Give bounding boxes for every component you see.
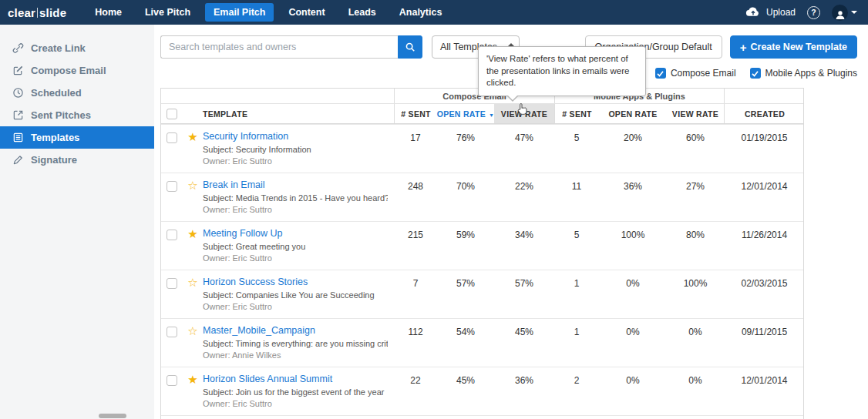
page: clear slide Home Live Pitch Email Pitch … <box>0 0 868 419</box>
main-content: All Templates Organization/Group Default… <box>154 25 868 419</box>
template-info-cell: Meeting Follow Up Subject: Great meeting… <box>203 228 394 263</box>
mobile-open-rate-value: 36% <box>599 179 667 214</box>
app-logo[interactable]: clear slide <box>8 6 66 19</box>
nav-item-live-pitch[interactable]: Live Pitch <box>136 3 199 22</box>
row-checkbox[interactable] <box>167 375 177 386</box>
filter-label: Compose Email <box>671 68 736 79</box>
template-title-link[interactable]: Horizon Success Stories <box>203 277 388 287</box>
compose-open-rate-value: 76% <box>437 131 494 166</box>
column-header-created[interactable]: CREATED <box>724 104 805 123</box>
row-checkbox[interactable] <box>167 278 177 289</box>
compose-open-rate-value: 57% <box>437 277 494 311</box>
mobile-sent-value: 1 <box>554 325 599 360</box>
sidebar: Create Link Compose Email Scheduled Sent… <box>0 25 154 419</box>
compose-sent-value: 248 <box>394 179 437 214</box>
favorite-star-icon[interactable]: ☆ <box>187 277 197 311</box>
template-info-cell: Break in Email Subject: Media Trends in … <box>203 179 394 214</box>
sidebar-item-compose-email[interactable]: Compose Email <box>0 59 154 82</box>
upload-button[interactable]: Upload <box>745 5 796 19</box>
sidebar-item-label: Create Link <box>31 42 86 54</box>
sort-desc-icon <box>486 109 494 119</box>
filter-mobile-apps-plugins[interactable]: Mobile Apps & Plugins <box>750 68 857 79</box>
star-column-header <box>183 104 203 123</box>
nav-item-leads[interactable]: Leads <box>340 3 385 22</box>
table-body: ★ Security Information Subject: Security… <box>161 124 803 419</box>
checkbox-checked-icon <box>655 68 666 79</box>
mobile-view-rate-value: 100% <box>667 277 724 311</box>
row-checkbox[interactable] <box>167 230 177 240</box>
search-button[interactable] <box>398 35 422 59</box>
template-info-cell: Horizon Slides Annual Summit Subject: Jo… <box>203 374 394 408</box>
view-rate-tooltip: 'View Rate' refers to what percent of th… <box>478 46 646 96</box>
compose-view-rate-value: 22% <box>494 179 554 214</box>
horizontal-scrollbar-thumb[interactable] <box>99 414 126 418</box>
column-header-template[interactable]: TEMPLATE <box>203 104 394 123</box>
sidebar-item-create-link[interactable]: Create Link <box>0 37 154 59</box>
sidebar-item-templates[interactable]: Templates <box>0 126 154 149</box>
sidebar-item-label: Signature <box>31 154 77 166</box>
favorite-star-icon[interactable]: ☆ <box>187 179 197 214</box>
create-new-template-button[interactable]: Create New Template <box>730 35 857 59</box>
group-header-spacer <box>724 89 805 103</box>
compose-open-rate-value: 70% <box>437 179 494 214</box>
mobile-open-rate-value: 20% <box>599 131 667 166</box>
logo-text-right: slide <box>39 6 66 19</box>
account-menu[interactable] <box>832 5 857 21</box>
top-nav: clear slide Home Live Pitch Email Pitch … <box>0 0 868 25</box>
person-icon <box>834 8 846 21</box>
row-checkbox-cell <box>161 374 183 408</box>
table-row: ☆ Break in Email Subject: Media Trends i… <box>161 173 803 221</box>
compose-open-rate-value: 45% <box>437 374 494 408</box>
created-date-value: 09/11/2015 <box>724 325 805 360</box>
template-owner: Owner: Annie Wilkes <box>203 350 388 360</box>
column-header-sent-mobile[interactable]: # SENT <box>554 104 599 123</box>
row-checkbox[interactable] <box>167 327 177 337</box>
filter-compose-email[interactable]: Compose Email <box>655 68 736 79</box>
column-header-open-rate-compose[interactable]: OPEN RATE <box>437 104 494 123</box>
column-header-label: OPEN RATE <box>437 109 486 119</box>
chevron-down-icon <box>851 11 857 14</box>
created-date-value: 11/26/2014 <box>724 228 805 263</box>
mobile-view-rate-value: 80% <box>667 228 724 263</box>
row-checkbox[interactable] <box>167 181 177 192</box>
sidebar-item-scheduled[interactable]: Scheduled <box>0 82 154 104</box>
template-subject: Subject: Great meeting you <box>203 242 388 251</box>
sidebar-item-label: Compose Email <box>31 65 106 76</box>
template-title-link[interactable]: Break in Email <box>203 179 388 190</box>
created-date-value: 12/01/2014 <box>724 179 805 214</box>
nav-item-email-pitch[interactable]: Email Pitch <box>205 3 274 22</box>
mobile-view-rate-value: 60% <box>667 131 724 166</box>
column-header-view-rate-mobile[interactable]: VIEW RATE <box>667 104 724 123</box>
template-title-link[interactable]: Meeting Follow Up <box>203 228 388 239</box>
compose-sent-value: 7 <box>394 277 437 311</box>
nav-item-home[interactable]: Home <box>86 3 130 22</box>
row-checkbox-cell <box>161 277 183 311</box>
nav-item-analytics[interactable]: Analytics <box>391 3 451 22</box>
row-checkbox-cell <box>161 228 183 263</box>
column-header-sent-compose[interactable]: # SENT <box>394 104 437 123</box>
favorite-star-icon[interactable]: ★ <box>187 131 197 166</box>
help-icon[interactable]: ? <box>807 6 820 19</box>
primary-nav: Home Live Pitch Email Pitch Content Lead… <box>86 3 450 22</box>
select-all-checkbox[interactable] <box>167 109 177 119</box>
group-header-spacer <box>161 89 394 103</box>
row-checkbox[interactable] <box>167 132 177 143</box>
template-title-link[interactable]: Master_Mobile_Campaign <box>203 325 388 336</box>
row-checkbox-cell <box>161 179 183 214</box>
favorite-star-icon[interactable]: ★ <box>187 228 197 263</box>
sidebar-item-sent-pitches[interactable]: Sent Pitches <box>0 104 154 126</box>
row-star-cell: ☆ <box>183 325 203 360</box>
filter-label: Mobile Apps & Plugins <box>765 68 857 79</box>
template-title-link[interactable]: Security Information <box>203 131 388 142</box>
template-info-cell: Horizon Success Stories Subject: Compani… <box>203 277 394 311</box>
template-owner: Owner: Eric Suttro <box>203 399 388 408</box>
sidebar-item-signature[interactable]: Signature <box>0 149 154 171</box>
tooltip-text: 'View Rate' refers to what percent of th… <box>486 54 629 87</box>
favorite-star-icon[interactable]: ☆ <box>187 325 197 360</box>
search-input[interactable] <box>160 35 398 59</box>
template-title-link[interactable]: Horizon Slides Annual Summit <box>203 374 388 384</box>
nav-item-content[interactable]: Content <box>280 3 333 22</box>
favorite-star-icon[interactable]: ★ <box>187 374 197 408</box>
table-row: ☆ Master_Mobile_Campaign Subject: Timing… <box>161 318 803 367</box>
column-header-open-rate-mobile[interactable]: OPEN RATE <box>599 104 667 123</box>
